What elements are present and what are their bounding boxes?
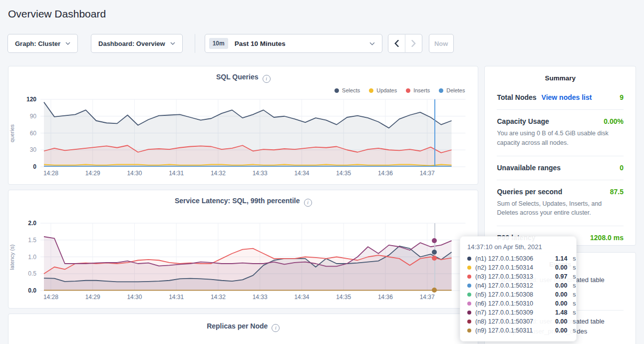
qps-label: Queries per second: [497, 188, 562, 196]
tooltip-node-address: (n2) 127.0.0.1:50314: [475, 264, 551, 271]
y-axis-ticks: 0306090120: [17, 99, 36, 167]
series-dot: [467, 311, 471, 315]
summary-row-capacity: Capacity Usage 0.00% You are using 0 B o…: [497, 110, 624, 156]
tooltip-node-row: (n4) 127.0.0.1:503120.00s: [467, 281, 569, 290]
view-nodes-list-link[interactable]: View nodes list: [542, 93, 592, 101]
y-tick-label: 2.0: [17, 219, 36, 227]
series-point-dot: [432, 238, 437, 243]
x-tick-label: 14:31: [169, 170, 184, 177]
qps-value: 87.5: [610, 188, 624, 196]
tooltip-node-row: (n8) 127.0.0.1:503070.00s: [467, 317, 569, 326]
tooltip-value-unit: s: [573, 291, 576, 298]
x-tick-label: 14:28: [43, 170, 58, 177]
summary-row-qps: Queries per second 87.5 Sum of Selects, …: [497, 180, 624, 227]
service-latency-card: Service Latency: SQL, 99th percentilei l…: [8, 190, 478, 309]
y-tick-label: 0.0: [17, 287, 36, 295]
tooltip-node-address: (n4) 127.0.0.1:50312: [475, 282, 551, 289]
chart-title: Service Latency: SQL, 99th percentilei: [8, 197, 478, 207]
unavailable-ranges-value: 0: [620, 164, 624, 172]
time-range-select[interactable]: 10m Past 10 Minutes: [205, 34, 382, 53]
y-tick-label: 90: [17, 112, 36, 120]
chart-title-text: Service Latency: SQL, 99th percentile: [175, 197, 300, 205]
x-tick-label: 14:37: [420, 294, 435, 301]
tooltip-node-value: 0.00: [555, 300, 567, 307]
tooltip-node-value: 0.00: [555, 291, 567, 298]
tooltip-node-value: 0.00: [555, 282, 567, 289]
tooltip-value-unit: s: [573, 273, 576, 280]
tooltip-node-row: (n7) 127.0.0.1:503091.48s: [467, 308, 569, 317]
total-nodes-value: 9: [620, 93, 624, 101]
toolbar: Graph: Cluster Dashboard: Overview 10m P…: [7, 34, 644, 53]
x-tick-label: 14:32: [211, 170, 226, 177]
series-dot: [467, 329, 471, 333]
legend-swatch: [406, 88, 410, 93]
dashboard-select-button[interactable]: Dashboard: Overview: [91, 34, 183, 53]
tooltip-value-unit: s: [573, 300, 576, 307]
tooltip-node-row: (n1) 127.0.0.1:503061.14s: [467, 254, 569, 263]
graph-select-button[interactable]: Graph: Cluster: [7, 34, 78, 53]
x-tick-label: 14:35: [336, 294, 351, 301]
series-dot: [467, 284, 471, 288]
chart-title: SQL Queriesi: [8, 73, 478, 83]
tooltip-node-value: 0.00: [555, 318, 567, 325]
chevron-down-icon: [65, 42, 70, 45]
crosshair-line: [434, 99, 435, 167]
legend-swatch: [439, 88, 443, 93]
x-axis-ticks: 14:2814:2914:3014:3114:3214:3314:3414:35…: [40, 294, 465, 302]
prev-range-button[interactable]: [388, 34, 405, 53]
x-axis-ticks: 14:2814:2914:3014:3114:3214:3314:3414:35…: [40, 170, 465, 178]
tooltip-value-unit: s: [573, 318, 576, 325]
dashboard-select-label: Dashboard: Overview: [98, 40, 165, 47]
info-icon[interactable]: i: [272, 324, 280, 332]
x-tick-label: 14:32: [211, 294, 226, 301]
series-dot: [467, 275, 471, 279]
x-tick-label: 14:37: [420, 170, 435, 177]
legend-label: Selects: [342, 87, 360, 93]
qps-desc: Sum of Selects, Updates, Inserts, and De…: [497, 199, 624, 218]
series-dot: [467, 302, 471, 306]
legend-item-updates: Updates: [369, 87, 397, 93]
x-tick-label: 14:34: [294, 294, 309, 301]
series-dot: [467, 257, 471, 261]
unavailable-ranges-label: Unavailable ranges: [497, 164, 561, 172]
series-point-dot: [432, 250, 437, 255]
tooltip-node-address: (n5) 127.0.0.1:50308: [475, 291, 551, 298]
summary-title: Summary: [497, 73, 624, 82]
summary-panel: Summary Total Nodes View nodes list 9 Ca…: [484, 66, 636, 246]
page-title: Overview Dashboard: [8, 7, 644, 21]
now-button[interactable]: Now: [429, 34, 454, 53]
x-tick-label: 14:31: [169, 294, 184, 301]
tooltip-value-unit: s: [573, 264, 576, 271]
info-icon[interactable]: i: [304, 199, 312, 207]
tooltip-node-address: (n6) 127.0.0.1:50310: [475, 300, 551, 307]
time-range-label: Past 10 Minutes: [235, 40, 369, 47]
info-icon[interactable]: i: [263, 75, 271, 83]
series-point-dot: [432, 288, 437, 293]
graph-select-label: Graph: Cluster: [15, 40, 60, 47]
toolbar-divider: [195, 34, 195, 53]
tooltip-node-row: (n3) 127.0.0.1:503130.97s: [467, 272, 569, 281]
summary-row-total-nodes: Total Nodes View nodes list 9: [497, 86, 624, 110]
capacity-usage-value: 0.00%: [604, 117, 624, 125]
x-tick-label: 14:29: [85, 294, 100, 301]
legend-label: Inserts: [413, 87, 430, 93]
tooltip-rows: (n1) 127.0.0.1:503061.14s(n2) 127.0.0.1:…: [467, 254, 569, 335]
tooltip-value-unit: s: [573, 309, 576, 316]
chevron-right-icon: [411, 40, 416, 47]
tooltip-node-address: (n3) 127.0.0.1:50313: [475, 273, 551, 280]
next-range-button[interactable]: [405, 34, 422, 53]
x-tick-label: 14:33: [253, 294, 268, 301]
x-tick-label: 14:33: [253, 170, 268, 177]
legend-item-selects: Selects: [334, 87, 360, 93]
y-tick-label: 0: [17, 163, 36, 171]
summary-row-unavailable: Unavailable ranges 0: [497, 156, 624, 180]
tooltip-node-value: 0.97: [555, 273, 567, 280]
capacity-usage-desc: You are using 0 B of 4.5 GiB usable disk…: [497, 129, 624, 148]
x-tick-label: 14:30: [127, 170, 142, 177]
sql-queries-plot[interactable]: queries 0306090120 14:2814:2914:3014:311…: [40, 99, 465, 167]
y-tick-label: 120: [17, 95, 36, 103]
service-latency-plot[interactable]: latency (s) 0.00.51.01.52.0 14:2814:2914…: [40, 223, 465, 291]
chevron-down-icon: [369, 42, 375, 45]
legend-swatch: [369, 88, 373, 93]
tooltip-node-address: (n9) 127.0.0.1:50311: [475, 327, 551, 334]
